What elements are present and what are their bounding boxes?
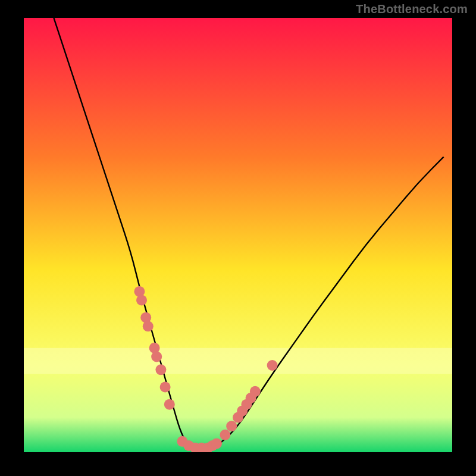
curve-marker: [155, 364, 166, 375]
chart-frame: TheBottleneck.com: [0, 0, 476, 476]
bottleneck-chart: [24, 18, 452, 452]
curve-marker: [267, 360, 278, 371]
curve-marker: [226, 421, 237, 431]
yellow-band: [24, 348, 452, 374]
attribution-label: TheBottleneck.com: [356, 2, 468, 16]
curve-marker: [250, 386, 261, 397]
curve-marker: [211, 438, 222, 449]
curve-marker: [143, 321, 154, 331]
gradient-background: [24, 18, 452, 452]
plot-area: [24, 18, 452, 452]
curve-marker: [160, 382, 171, 393]
curve-marker: [151, 351, 162, 362]
curve-marker: [164, 399, 175, 410]
curve-marker: [220, 430, 230, 440]
curve-marker: [136, 295, 147, 306]
